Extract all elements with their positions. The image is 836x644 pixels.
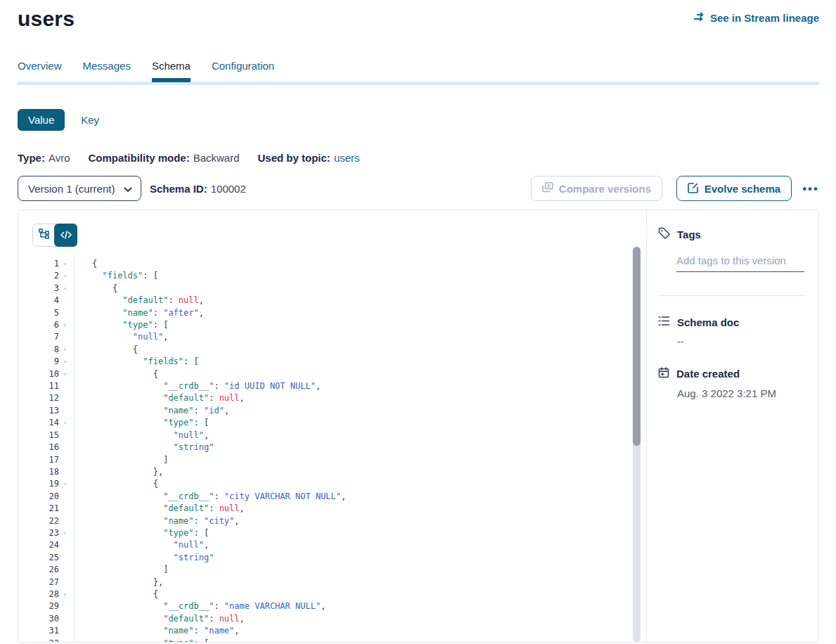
compat-label: Compatibility mode: [88,152,189,164]
tab-schema[interactable]: Schema [152,60,191,82]
code-line: 32 "type": [ [32,638,646,642]
code-text: "__crdb__": "city VARCHAR NOT NULL", [74,491,346,503]
line-number: 4 [32,295,59,307]
code-text: { [74,368,158,380]
topic-link[interactable]: users [334,152,360,164]
code-line: 19 { [32,478,646,490]
chevron-down-icon [124,183,132,195]
code-text: "null", [74,539,209,551]
fold-toggle-icon[interactable] [59,527,71,539]
compare-versions-label: Compare versions [559,183,651,195]
code-line: 17 ] [32,454,646,466]
code-view-icon [60,229,72,242]
code-line: 25 "string" [32,552,646,564]
line-number: 21 [32,503,59,515]
fold-spacer [59,552,71,564]
key-toggle-button[interactable]: Key [81,114,99,126]
code-line: 3 { [32,283,646,295]
line-number: 15 [32,430,59,442]
version-select[interactable]: Version 1 (current) [18,176,141,201]
code-line: 10 { [32,368,646,380]
fold-toggle-icon[interactable] [59,417,71,429]
line-number: 20 [32,491,59,503]
code-line: 30 "default": null, [32,613,646,625]
tree-view-icon [39,228,49,242]
code-line: 2 "fields": [ [32,270,646,282]
code-text: "name": "after", [74,307,204,319]
code-text: "null", [74,430,209,442]
code-line: 31 "name": "name", [32,625,646,637]
line-number: 24 [32,539,59,551]
fold-toggle-icon[interactable] [59,283,71,295]
schema-code-view[interactable]: 1{2 "fields": [3 {4 "default": null,5 "n… [32,258,646,642]
fold-spacer [59,539,71,551]
code-text: "type": [ [74,527,209,539]
code-line: 4 "default": null, [32,295,646,307]
code-line: 14 "type": [ [32,417,646,429]
code-line: 24 "null", [32,539,646,551]
code-line: 12 "default": null, [32,392,646,404]
line-number: 26 [32,564,59,576]
fold-toggle-icon[interactable] [59,368,71,380]
code-text: { [74,258,97,270]
schema-card: 1{2 "fields": [3 {4 "default": null,5 "n… [18,210,819,643]
stream-lineage-label: See in Stream lineage [710,12,819,24]
line-number: 22 [32,515,59,527]
line-number: 17 [32,454,59,466]
tags-input[interactable] [676,255,804,272]
topic-field: Used by topic:users [258,152,360,164]
fold-toggle-icon[interactable] [59,478,71,490]
value-toggle-button[interactable]: Value [18,109,65,131]
page-title: users [18,7,75,31]
fold-toggle-icon[interactable] [59,638,71,642]
fold-toggle-icon[interactable] [59,356,71,368]
date-created-section: Date created Aug. 3 2022 3:21 PM [658,367,804,399]
code-line: 28 { [32,588,646,600]
type-value: Avro [49,152,70,164]
line-number: 11 [32,380,59,392]
line-number: 10 [32,368,59,380]
code-text: { [74,588,158,600]
line-number: 9 [32,356,59,368]
fold-toggle-icon[interactable] [59,258,71,270]
tab-underline-strip [18,82,819,85]
fold-spacer [59,491,71,503]
fold-toggle-icon[interactable] [59,588,71,600]
editor-scrollbar-thumb[interactable] [633,247,641,446]
schema-id-value: 100002 [211,183,246,195]
code-view-button[interactable] [54,224,77,247]
schema-id-field: Schema ID:100002 [150,183,246,195]
fold-spacer [59,442,71,453]
tab-overview[interactable]: Overview [18,60,62,82]
editor-scrollbar-track[interactable] [633,247,641,642]
fold-spacer [59,380,71,392]
line-number: 16 [32,442,59,453]
fold-spacer [59,430,71,442]
line-number: 8 [32,344,59,356]
stream-lineage-icon [693,12,705,24]
tree-view-button[interactable] [33,224,55,246]
tab-configuration[interactable]: Configuration [212,60,274,82]
tab-messages[interactable]: Messages [83,60,131,82]
fold-spacer [59,503,71,515]
schema-sidebar: Tags Schema doc -- [646,210,818,642]
fold-toggle-icon[interactable] [59,319,71,331]
code-line: 29 "__crdb__": "name VARCHAR NULL", [32,600,646,612]
code-line: 20 "__crdb__": "city VARCHAR NOT NULL", [32,491,646,503]
code-line: 11 "__crdb__": "id UUID NOT NULL", [32,380,646,392]
evolve-schema-button[interactable]: Evolve schema [676,176,792,201]
code-text: "default": null, [74,392,245,404]
fold-toggle-icon[interactable] [59,270,71,282]
code-line: 22 "name": "city", [32,515,646,527]
code-text: }, [74,577,163,588]
code-line: 16 "string" [32,442,646,453]
code-text: "string" [74,442,214,453]
calendar-icon [658,367,669,380]
compare-versions-button[interactable]: Compare versions [531,176,662,201]
stream-lineage-link[interactable]: See in Stream lineage [693,12,819,24]
schema-doc-section: Schema doc -- [658,316,804,347]
more-actions-button[interactable]: ••• [802,183,819,195]
schema-id-label: Schema ID: [150,183,207,195]
fold-toggle-icon[interactable] [59,344,71,356]
fold-spacer [59,295,71,307]
